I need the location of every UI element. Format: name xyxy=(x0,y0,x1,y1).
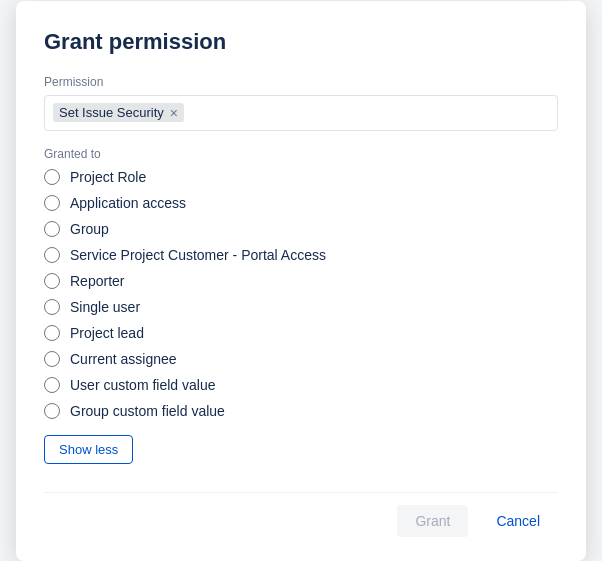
grant-permission-dialog: Grant permission Permission Set Issue Se… xyxy=(16,1,586,561)
radio-label-user-custom-field: User custom field value xyxy=(70,377,216,393)
radio-item-current-assignee[interactable]: Current assignee xyxy=(44,351,558,367)
radio-item-single-user[interactable]: Single user xyxy=(44,299,558,315)
radio-item-group[interactable]: Group xyxy=(44,221,558,237)
grant-button[interactable]: Grant xyxy=(397,505,468,537)
radio-item-application-access[interactable]: Application access xyxy=(44,195,558,211)
radio-group: Project RoleApplication accessGroupServi… xyxy=(44,169,558,419)
permission-field: Permission Set Issue Security × xyxy=(44,75,558,131)
radio-input-group-custom-field[interactable] xyxy=(44,403,60,419)
permission-tag-text: Set Issue Security xyxy=(59,105,164,120)
radio-label-reporter: Reporter xyxy=(70,273,124,289)
radio-item-group-custom-field[interactable]: Group custom field value xyxy=(44,403,558,419)
radio-item-service-project-customer[interactable]: Service Project Customer - Portal Access xyxy=(44,247,558,263)
radio-input-current-assignee[interactable] xyxy=(44,351,60,367)
dialog-footer: Grant Cancel xyxy=(44,492,558,537)
radio-item-reporter[interactable]: Reporter xyxy=(44,273,558,289)
radio-input-service-project-customer[interactable] xyxy=(44,247,60,263)
radio-label-single-user: Single user xyxy=(70,299,140,315)
radio-input-user-custom-field[interactable] xyxy=(44,377,60,393)
radio-item-project-lead[interactable]: Project lead xyxy=(44,325,558,341)
radio-input-single-user[interactable] xyxy=(44,299,60,315)
radio-label-current-assignee: Current assignee xyxy=(70,351,177,367)
radio-label-project-role: Project Role xyxy=(70,169,146,185)
granted-to-label: Granted to xyxy=(44,147,558,161)
radio-label-group: Group xyxy=(70,221,109,237)
radio-item-project-role[interactable]: Project Role xyxy=(44,169,558,185)
radio-label-project-lead: Project lead xyxy=(70,325,144,341)
permission-field-label: Permission xyxy=(44,75,558,89)
radio-label-application-access: Application access xyxy=(70,195,186,211)
radio-input-project-role[interactable] xyxy=(44,169,60,185)
remove-permission-icon[interactable]: × xyxy=(170,106,178,120)
radio-label-group-custom-field: Group custom field value xyxy=(70,403,225,419)
permission-tag: Set Issue Security × xyxy=(53,103,184,122)
radio-label-service-project-customer: Service Project Customer - Portal Access xyxy=(70,247,326,263)
permission-input[interactable]: Set Issue Security × xyxy=(44,95,558,131)
dialog-title: Grant permission xyxy=(44,29,558,55)
show-less-button[interactable]: Show less xyxy=(44,435,133,464)
radio-item-user-custom-field[interactable]: User custom field value xyxy=(44,377,558,393)
cancel-button[interactable]: Cancel xyxy=(478,505,558,537)
radio-input-application-access[interactable] xyxy=(44,195,60,211)
radio-input-reporter[interactable] xyxy=(44,273,60,289)
radio-input-project-lead[interactable] xyxy=(44,325,60,341)
radio-input-group[interactable] xyxy=(44,221,60,237)
